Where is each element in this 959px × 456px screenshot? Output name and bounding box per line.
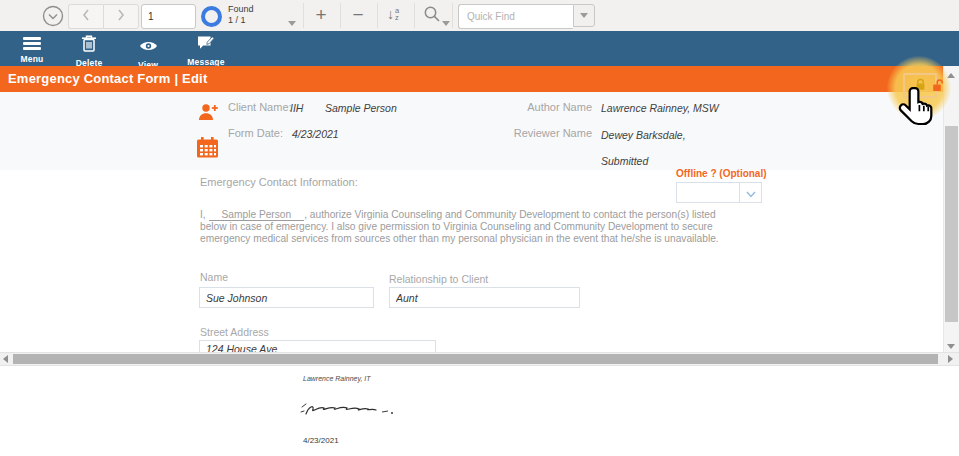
found-dropdown-caret-icon[interactable] xyxy=(288,21,296,26)
found-status: Found 1 / 1 xyxy=(228,4,254,26)
top-toolbar: Found 1 / 1 + − ↓ a z xyxy=(0,0,959,32)
form-date-label: Form Date: xyxy=(228,127,283,139)
minus-icon: − xyxy=(352,4,363,26)
status-value: Submitted xyxy=(601,155,648,167)
quick-find-input[interactable] xyxy=(458,4,573,29)
quick-find-dropdown-button[interactable] xyxy=(573,4,595,27)
view-button[interactable]: View xyxy=(128,35,168,70)
sort-az-icon: a z xyxy=(395,7,399,21)
client-name-label: Client Name: xyxy=(228,101,292,113)
menu-icon xyxy=(23,35,41,52)
vertical-scrollbar-thumb[interactable] xyxy=(945,126,958,322)
zoom-in-button[interactable]: + xyxy=(311,2,331,28)
calendar-icon[interactable] xyxy=(197,137,218,162)
zoom-out-button[interactable]: − xyxy=(348,2,368,28)
chevron-down-icon xyxy=(746,184,756,202)
client-name-value: Sample Person xyxy=(325,102,397,114)
offline-select[interactable] xyxy=(676,182,762,203)
page-number-input[interactable] xyxy=(141,4,196,29)
caret-down-icon xyxy=(580,13,588,18)
next-record-button[interactable] xyxy=(103,4,139,29)
message-button[interactable]: Message xyxy=(182,35,230,67)
offline-select-dropdown[interactable] xyxy=(739,183,761,202)
author-name-value: Lawrence Rainney, MSW xyxy=(601,102,719,114)
signature-image xyxy=(300,397,410,427)
client-program-value: IIH xyxy=(290,102,303,114)
section-label: Emergency Contact Information: xyxy=(200,176,358,188)
auth-prefix: I, xyxy=(200,209,206,220)
author-name-label: Author Name xyxy=(500,101,592,113)
reviewer-name-value: Dewey Barksdale, xyxy=(601,129,686,141)
found-label: Found xyxy=(228,4,254,15)
auth-client-name: Sample Person xyxy=(209,209,305,221)
chevron-left-icon xyxy=(82,9,90,24)
hand-cursor-icon xyxy=(896,86,938,136)
authorization-paragraph: I, Sample Person, authorize Virginia Cou… xyxy=(200,209,722,246)
contact-name-label: Name xyxy=(200,271,228,283)
page-title: Emergency Contact Form | Edit xyxy=(8,71,207,86)
form-title-bar: Emergency Contact Form | Edit xyxy=(0,66,959,92)
delete-button[interactable]: Delete xyxy=(67,35,111,68)
scroll-right-arrow-icon[interactable] xyxy=(948,355,953,363)
chevron-right-icon xyxy=(117,9,125,24)
street-address-label: Street Address xyxy=(200,326,269,338)
search-icon xyxy=(423,5,441,27)
trash-icon xyxy=(81,35,97,56)
relationship-label: Relationship to Client xyxy=(389,273,488,285)
toolbar-separator xyxy=(414,3,415,28)
signer-name: Lawrence Rainney, IT xyxy=(303,375,371,382)
contact-name-input[interactable] xyxy=(199,287,374,308)
scroll-left-arrow-icon[interactable] xyxy=(3,355,8,363)
toolbar-separator xyxy=(340,3,341,28)
signature-date: 4/23/2021 xyxy=(303,436,339,445)
relationship-input[interactable] xyxy=(389,287,580,308)
record-header: Client Name: IIH Sample Person Form Date… xyxy=(0,92,943,170)
search-button[interactable] xyxy=(421,5,443,27)
reviewer-name-label: Reviewer Name xyxy=(500,127,592,139)
found-count: 1 / 1 xyxy=(228,15,254,26)
previous-record-button[interactable] xyxy=(68,4,103,29)
chevron-down-circle-icon xyxy=(42,13,64,30)
collapse-menu-button[interactable] xyxy=(42,5,64,31)
scroll-down-arrow-icon[interactable] xyxy=(947,344,955,349)
form-date-value: 4/23/2021 xyxy=(292,128,339,140)
sort-button[interactable]: ↓ a z xyxy=(387,7,399,21)
message-icon xyxy=(197,35,215,55)
app-window: Found 1 / 1 + − ↓ a z xyxy=(0,0,959,456)
sort-arrow-icon: ↓ xyxy=(387,7,394,21)
eye-icon xyxy=(139,38,158,56)
quick-find-group xyxy=(458,4,595,29)
found-indicator-ring-icon xyxy=(201,6,222,27)
menu-label: Menu xyxy=(21,54,44,64)
search-dropdown-caret-icon[interactable] xyxy=(442,21,450,26)
toolbar-separator xyxy=(303,3,304,28)
toolbar-separator xyxy=(377,3,378,28)
plus-icon: + xyxy=(315,4,326,26)
horizontal-scrollbar-thumb[interactable] xyxy=(13,354,938,364)
person-add-icon xyxy=(198,103,219,126)
offline-select-value xyxy=(677,183,739,202)
toolbar-separator xyxy=(452,3,453,28)
menu-button[interactable]: Menu xyxy=(12,35,52,64)
action-toolbar: Menu Delete View Message xyxy=(0,31,959,66)
record-nav-group xyxy=(68,4,139,29)
offline-label: Offline ? (Optional) xyxy=(676,168,767,179)
